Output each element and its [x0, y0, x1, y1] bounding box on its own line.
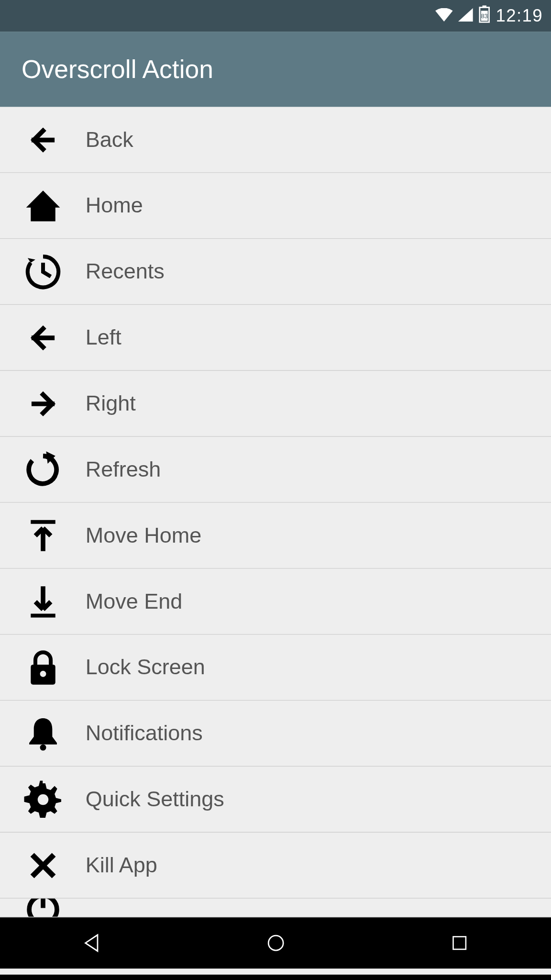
nav-home-button[interactable]	[264, 931, 288, 955]
action-lock-screen[interactable]: Lock Screen	[0, 635, 551, 701]
action-label: Kill App	[86, 853, 157, 878]
app-bar: Overscroll Action	[0, 32, 551, 107]
action-right[interactable]: Right	[0, 371, 551, 437]
action-label: Right	[86, 391, 136, 416]
status-time: 12:19	[496, 5, 543, 26]
page-title: Overscroll Action	[22, 55, 213, 84]
action-quick-settings[interactable]: Quick Settings	[0, 767, 551, 833]
action-label: Left	[86, 325, 121, 350]
action-label: Recents	[86, 259, 165, 284]
action-label: Move End	[86, 589, 183, 614]
action-recents[interactable]: Recents	[0, 239, 551, 305]
action-left[interactable]: Left	[0, 305, 551, 371]
action-label: Quick Settings	[86, 787, 224, 812]
svg-rect-11	[453, 936, 465, 949]
status-bar: 83 12:19	[0, 0, 551, 32]
arrow-right-icon	[0, 382, 86, 425]
action-label: Refresh	[86, 457, 161, 482]
home-icon	[0, 184, 86, 227]
power-icon	[0, 899, 86, 917]
close-icon	[0, 844, 86, 887]
bell-icon	[0, 712, 86, 755]
action-label: Move Home	[86, 523, 202, 548]
action-move-home[interactable]: Move Home	[0, 503, 551, 569]
lock-icon	[0, 646, 86, 689]
nav-back-button[interactable]	[80, 931, 104, 955]
action-list: Back Home Recents Left Right Refresh Mov…	[0, 107, 551, 918]
battery-icon: 83	[478, 5, 490, 27]
history-icon	[0, 250, 86, 293]
wifi-icon	[435, 6, 453, 25]
action-home[interactable]: Home	[0, 173, 551, 239]
action-refresh[interactable]: Refresh	[0, 437, 551, 503]
svg-point-10	[268, 935, 283, 950]
signal-icon	[458, 6, 473, 25]
move-top-icon	[0, 514, 86, 557]
action-label: Back	[86, 127, 133, 152]
action-label: Lock Screen	[86, 655, 205, 680]
gear-icon	[0, 778, 86, 821]
action-label: Home	[86, 193, 143, 218]
arrow-back-icon	[0, 118, 86, 161]
system-nav-bar	[0, 917, 551, 969]
nav-recents-button[interactable]	[447, 931, 472, 955]
svg-rect-7	[482, 5, 486, 7]
action-label: Notifications	[86, 721, 203, 746]
action-notifications[interactable]: Notifications	[0, 701, 551, 767]
action-back[interactable]: Back	[0, 107, 551, 173]
action-kill-app[interactable]: Kill App	[0, 833, 551, 899]
action-move-end[interactable]: Move End	[0, 569, 551, 635]
arrow-left-icon	[0, 316, 86, 359]
svg-text:83: 83	[481, 12, 488, 19]
move-bottom-icon	[0, 580, 86, 623]
action-partial[interactable]	[0, 899, 551, 917]
refresh-icon	[0, 448, 86, 491]
